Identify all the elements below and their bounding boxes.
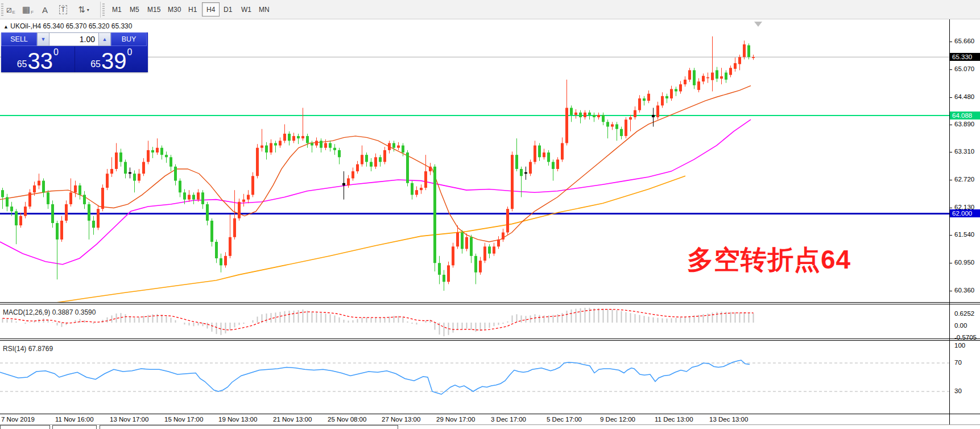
buy-price-display[interactable]: 65 39 0	[75, 47, 148, 72]
time-axis-label: 11 Dec 13:00	[655, 416, 693, 423]
rsi-label: RSI(14) 67.8769	[3, 345, 53, 353]
volume-input[interactable]	[49, 32, 98, 46]
volume-increase-button[interactable]: ▲	[98, 32, 111, 46]
status-bar-segment	[100, 425, 398, 429]
macd-axis-label: 0.00	[954, 322, 967, 329]
buy-price-small: 65	[90, 60, 101, 69]
sell-button[interactable]: SELL	[1, 32, 37, 46]
time-axis-divider	[0, 414, 980, 414]
buy-button[interactable]: BUY	[111, 32, 147, 46]
time-axis-label: 13 Dec 13:00	[709, 416, 748, 423]
time-axis-label: 9 Dec 12:00	[600, 416, 635, 423]
arrows-icon[interactable]: ⇅▾	[76, 2, 91, 17]
time-axis-label: 5 Dec 17:00	[547, 416, 582, 423]
time-axis-label: 25 Nov 08:00	[328, 416, 366, 423]
buy-price-sup: 0	[127, 48, 132, 57]
macd-axis-label: 0.6252	[954, 310, 974, 317]
time-axis-label: 11 Nov 16:00	[55, 416, 94, 423]
timeframe-grip[interactable]	[102, 3, 105, 16]
price-axis-label: 61.540	[954, 231, 974, 238]
price-axis-tick	[949, 208, 952, 208]
time-axis-label: 7 Nov 2019	[1, 416, 35, 423]
macd-axis-label: -0.5705	[954, 334, 977, 341]
timeframe-button-D1[interactable]: D1	[220, 2, 236, 16]
timeframe-button-M30[interactable]: M30	[164, 2, 185, 16]
text-box-icon[interactable]: T	[56, 2, 71, 17]
price-axis-label: 60.950	[954, 259, 974, 266]
rsi-canvas[interactable]	[0, 341, 949, 414]
time-axis-label: 21 Nov 13:00	[273, 416, 312, 423]
timeframe-button-M15[interactable]: M15	[143, 2, 164, 16]
macd-canvas[interactable]	[0, 304, 949, 339]
sell-price-display[interactable]: 65 33 0	[1, 47, 75, 72]
symbol-quote-bar: ▲ UKOil-,H4 65.340 65.370 65.320 65.330	[3, 22, 132, 30]
one-click-trade-panel: SELL ▼ ▲ BUY 65 33 0 65 39 0	[1, 32, 148, 72]
fibonacci-icon[interactable]: ▦F	[20, 2, 35, 17]
price-axis-tick	[949, 97, 952, 98]
price-axis-tick	[949, 125, 952, 125]
price-axis-tick	[949, 291, 952, 291]
price-axis-label: 65.070	[954, 65, 974, 72]
rsi-pane-divider[interactable]	[0, 339, 980, 341]
price-axis-tick	[949, 180, 952, 180]
rsi-axis-label: 70	[954, 359, 962, 366]
price-axis-label: 65.660	[954, 38, 974, 44]
chart-area[interactable]: ▲ UKOil-,H4 65.340 65.370 65.320 65.330 …	[0, 19, 980, 429]
rsi-axis-label: 100	[954, 342, 965, 349]
price-axis-border	[949, 19, 950, 424]
timeframe-button-W1[interactable]: W1	[237, 2, 255, 16]
volume-decrease-button[interactable]: ▼	[37, 32, 49, 46]
timeframe-button-H1[interactable]: H1	[184, 2, 201, 16]
price-axis-tick	[949, 263, 952, 263]
price-axis-label: 62.720	[954, 176, 974, 183]
timeframe-button-H4[interactable]: H4	[202, 2, 220, 16]
price-axis-label: 64.480	[954, 93, 974, 100]
timeframe-button-M1[interactable]: M1	[108, 2, 126, 16]
time-axis-label: 29 Nov 17:00	[436, 416, 475, 423]
price-axis-tick	[949, 152, 952, 152]
chart-shift-marker-icon[interactable]	[754, 22, 762, 27]
toolbar-separator	[100, 2, 101, 18]
timeframe-button-M5[interactable]: M5	[126, 2, 143, 16]
time-axis-label: 27 Nov 13:00	[382, 416, 420, 423]
symbol-quote-text: UKOil-,H4 65.340 65.370 65.320 65.330	[10, 22, 132, 30]
price-axis-label: 63.310	[954, 148, 974, 155]
toolbar: ⧄E▦FAT⇅▾ M1M5M15M30H1H4D1W1MN	[0, 0, 980, 19]
timeframe-button-MN[interactable]: MN	[255, 2, 274, 16]
sell-price-small: 65	[17, 60, 27, 69]
price-axis-tick	[949, 42, 952, 42]
equidistant-channel-icon[interactable]: ⧄E	[3, 2, 18, 17]
macd-label: MACD(12,26,9) 0.3887 0.3590	[3, 308, 96, 316]
price-marker-62.000: 62.000	[950, 209, 980, 217]
price-axis-tick	[949, 69, 952, 70]
status-bar-segment	[0, 425, 50, 429]
chart-annotation-text[interactable]: 多空转折点64	[687, 242, 851, 278]
time-axis-label: 15 Nov 17:00	[164, 416, 203, 423]
symbol-collapse-icon[interactable]: ▲	[3, 24, 9, 30]
time-axis-label: 19 Nov 13:00	[218, 416, 257, 423]
time-axis-label: 13 Nov 17:00	[110, 416, 148, 423]
price-axis-tick	[949, 235, 952, 236]
sell-price-sup: 0	[53, 48, 59, 57]
status-bar-segment	[52, 425, 97, 429]
price-marker-65.330: 65.330	[950, 53, 980, 61]
time-axis-label: 3 Dec 17:00	[491, 416, 526, 423]
buy-price-big: 39	[101, 51, 127, 71]
price-marker-64.088: 64.088	[950, 112, 980, 119]
price-axis-label: 63.890	[954, 121, 974, 127]
sell-price-big: 33	[27, 51, 53, 71]
text-label-icon[interactable]: A	[38, 2, 52, 17]
macd-pane-divider[interactable]	[0, 302, 980, 304]
rsi-axis-label: 30	[954, 387, 962, 394]
price-axis-label: 60.360	[954, 287, 974, 294]
